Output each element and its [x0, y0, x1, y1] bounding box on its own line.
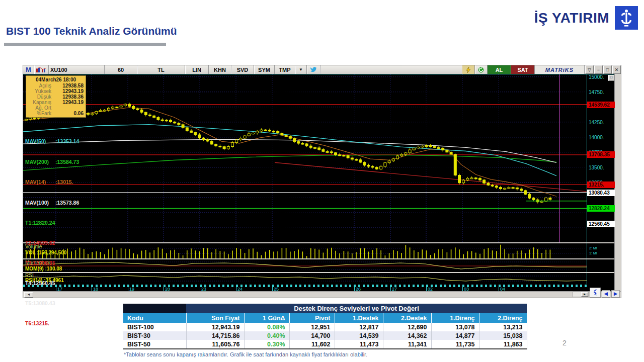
momentum-axis	[587, 259, 615, 272]
info-value: 0.06	[51, 111, 84, 116]
rsi-axis	[587, 273, 615, 284]
window-maximize-button[interactable]: □	[603, 65, 612, 74]
mode-khn-button[interactable]: KHN	[209, 65, 231, 74]
mav100-row: MAV(100):13573.86	[25, 200, 79, 207]
price-level-badge: 13215.	[587, 182, 615, 188]
info-label: Kapanış	[28, 100, 51, 105]
price-level-badge: 13080.43	[587, 190, 615, 196]
twitter-icon[interactable]	[307, 65, 320, 74]
price-axis-label: 14250.	[589, 120, 604, 125]
refresh-button[interactable]	[475, 65, 488, 74]
t1-level-label: T1:12820.24	[25, 220, 79, 226]
symbol-field[interactable]: XU100	[49, 65, 105, 74]
toolbar-dropdown-icon[interactable]: ▼	[295, 65, 307, 74]
period-value: 60	[118, 67, 124, 73]
time-axis-label: 25	[272, 287, 279, 291]
info-value: 12938.58	[51, 83, 84, 88]
cell-son-fiyat: 12,943.19	[186, 323, 244, 331]
title-underline	[4, 43, 166, 46]
table-row-bist50: BIST-50 11,605.76 0.30% 11,602 11,473 11…	[123, 340, 527, 349]
time-axis-label: 23	[200, 287, 206, 291]
cell-pivot: 11,602	[289, 340, 335, 349]
pan-left-button[interactable]: ◀	[602, 290, 610, 298]
info-value: 12938.36	[51, 94, 84, 100]
period-field[interactable]: 60	[105, 65, 137, 74]
volume-axis: 2: Mr 1: Mr	[587, 243, 615, 258]
info-value: 12943.19	[51, 88, 84, 94]
t2-level-label: T2:14539.62	[25, 240, 79, 246]
pan-right-button[interactable]: ▶	[611, 290, 620, 298]
chart-toolbar: M XU100 60 TL LIN KHN SVD SYM TMP ▼ AL S…	[23, 65, 621, 74]
chart-bottom-bar: ◄ ► ◀ ▶	[23, 291, 621, 298]
mav-label: MAV(200)	[25, 159, 55, 166]
t4-level-label: T4:12560.45	[25, 280, 79, 287]
cell-gun-delta: 0.08%	[244, 323, 289, 331]
buy-button[interactable]: AL	[488, 65, 511, 74]
t5-level-label: T5:13080.43	[25, 300, 79, 307]
cell-destek1: 12,817	[335, 323, 383, 331]
info-value: 12943.19	[51, 100, 84, 105]
mode-tmp-label: TMP	[279, 67, 290, 73]
col-header-son-fiyat: Son Fiyat	[186, 313, 244, 323]
horizontal-scrollbar[interactable]: ►	[573, 292, 589, 297]
cell-pivot: 12,951	[289, 323, 335, 331]
rsi-panel[interactable]: RSI RSI(14) :35.4961	[23, 273, 615, 284]
window-close-button[interactable]: ✕	[612, 65, 621, 74]
mav-value: :13573.86	[55, 200, 79, 207]
volume-axis-label: 1: Mr	[589, 251, 597, 255]
price-axis-label: 14750.	[589, 89, 604, 95]
price-axis[interactable]: □ 15000.14750.14250.14000.13750.13500.13…	[587, 74, 615, 242]
cell-direnc1: 13,078	[431, 323, 479, 331]
sell-button[interactable]: SAT	[511, 65, 535, 74]
matriks-m-logo[interactable]: M	[23, 65, 34, 74]
info-label: Açılış	[28, 83, 51, 88]
table-title-row: Destek Direnç Seviyeleri ve Pivot Değeri	[123, 304, 527, 313]
info-label: Ağ. Ort	[28, 105, 51, 111]
table-title-spacer	[123, 304, 186, 313]
cell-gun-delta: 0.30%	[244, 340, 289, 349]
time-axis-label: 03	[462, 287, 469, 291]
scrollbar-thumb[interactable]: ►	[581, 292, 588, 297]
col-header-direnc1: 1.Direnç	[431, 313, 479, 323]
info-value	[51, 105, 84, 111]
mode-lin-button[interactable]: LIN	[185, 65, 209, 74]
mav14-row: MAV(14):13015.	[25, 179, 79, 186]
lightning-button[interactable]	[462, 65, 475, 74]
cell-pivot: 14,700	[289, 331, 335, 340]
volume-panel[interactable]: Volume VOL :156,294,500 2: Mr 1: Mr	[23, 243, 615, 258]
window-minimize-button[interactable]: −	[594, 65, 603, 74]
time-axis[interactable]: 171819202324252627020304	[23, 284, 615, 291]
matriks-flash-icon[interactable]	[590, 288, 601, 298]
currency-value: TL	[157, 67, 164, 73]
cell-direnc1: 14,877	[431, 331, 479, 340]
mode-tmp-button[interactable]: TMP	[275, 65, 295, 74]
cell-gun-delta: 0.40%	[244, 331, 289, 340]
table-row-bist30: BIST-30 14,715.86 0.40% 14,700 14,539 14…	[123, 331, 527, 340]
price-axis-label: 14000.	[589, 135, 604, 140]
chart-type-icon[interactable]	[34, 65, 49, 74]
cell-kodu: BIST-30	[123, 331, 186, 340]
t3-level-label: T3:13708.35	[25, 260, 79, 266]
price-panel[interactable]: 04March26 18:00 Açılış12938.58 Yüksek129…	[23, 74, 615, 242]
chart-restore-button[interactable]: □	[608, 75, 614, 81]
time-axis-label: 18	[92, 287, 98, 291]
mode-svd-label: SVD	[237, 67, 249, 73]
window-scroll-strip[interactable]	[614, 74, 621, 292]
cell-direnc1: 11,735	[431, 340, 479, 349]
momentum-panel[interactable]: Momentum MOM(9) :100.08	[23, 259, 615, 272]
time-axis-label: 19	[128, 287, 134, 291]
time-axis-label: 26	[354, 287, 361, 291]
time-axis-label: 02	[426, 287, 433, 291]
info-label: Yüksek	[28, 88, 51, 94]
mode-svd-button[interactable]: SVD	[231, 65, 254, 74]
time-axis-label: 04	[499, 287, 505, 291]
currency-field[interactable]: TL	[137, 65, 185, 74]
cell-son-fiyat: 14,715.86	[186, 331, 244, 340]
table-header-row: Kodu Son Fiyat 1 GünΔ Pivot 1.Destek 2.D…	[123, 313, 527, 323]
mode-sym-button[interactable]: SYM	[254, 65, 275, 74]
indicator-legend: MAV(50):13353.14 MAV(200):13584.73 MAV(1…	[25, 125, 79, 340]
isbank-logo-icon	[615, 6, 638, 30]
window-dropdown-button[interactable]: ▽	[585, 65, 594, 74]
brand-wordmark: İŞ YATIRIM	[534, 10, 609, 26]
info-label: %Fark	[28, 111, 51, 116]
